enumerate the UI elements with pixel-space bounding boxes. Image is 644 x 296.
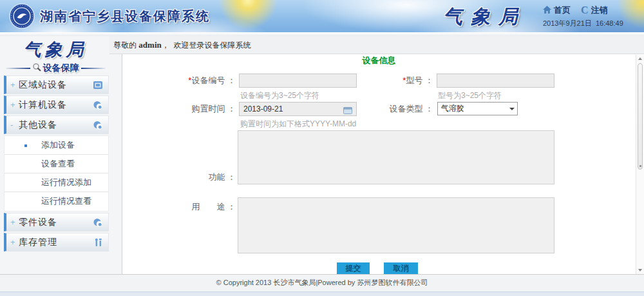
datetime-display: 2013年9月21日 16:48:49 [543, 19, 623, 28]
scrollbar-thumb[interactable] [638, 63, 643, 170]
usage-label: 用 途 ： [184, 200, 236, 214]
usage-textarea[interactable] [238, 197, 554, 253]
magnifier-icon [32, 63, 41, 74]
vertical-scrollbar[interactable] [636, 55, 644, 274]
sidebar-item-inventory-management[interactable]: + 库存管理 [4, 233, 109, 252]
welcome-bar: 尊敬的 admin， 欢迎登录设备保障系统 [109, 36, 644, 54]
sidebar-item-other-equipment[interactable]: - 其他设备 [4, 115, 109, 134]
sidebar-subitem-view-running-status[interactable]: 运行情况查看 [5, 192, 108, 211]
purchase-date-input[interactable] [239, 102, 357, 116]
function-label: 功能 ： [184, 170, 236, 184]
model-label: *型号 ： [385, 74, 433, 88]
comment-icon [93, 121, 103, 132]
sidebar-logo-subtitle: 设备保障 [43, 63, 79, 74]
logout-icon: C [581, 6, 589, 15]
agency-title: 气象局 [443, 4, 526, 30]
logout-link[interactable]: 注销 [591, 5, 608, 16]
header-right: 首页 C 注销 2013年9月21日 16:48:49 [543, 5, 623, 28]
device-no-hint: 设备编号为3~25个字符 [240, 90, 319, 101]
sidebar-subitem-add-equipment[interactable]: 添加设备 [5, 136, 108, 155]
agency-emblem-icon [9, 3, 35, 32]
sidebar-logo-title: 气象局 [0, 38, 111, 61]
cancel-button[interactable]: 取消 [384, 262, 418, 274]
monitor-icon [93, 81, 103, 92]
expand-plus-icon: + [10, 80, 19, 90]
page: 湖南省宁乡县设备保障系统 气象局 首页 C 注销 2013年9月21日 16:4… [0, 0, 644, 296]
header-links: 首页 C 注销 [543, 5, 623, 16]
sidebar-menu: + 区域站设备 + 计算机设备 [4, 75, 109, 253]
sidebar-submenu-other-equipment: 添加设备 设备查看 运行情况添加 运行情况查看 [4, 135, 109, 212]
purchase-date-label: 购置时间 ： [184, 102, 236, 116]
expand-plus-icon: + [10, 237, 19, 247]
sidebar-logo-subtitle-row: 设备保障 [0, 62, 111, 75]
collapse-minus-icon: - [10, 120, 19, 130]
model-hint: 型号为3~25个字符 [438, 90, 502, 101]
decorative-line-left [6, 68, 30, 69]
system-title: 湖南省宁乡县设备保障系统 [40, 0, 210, 32]
welcome-suffix: ， 欢迎登录设备保障系统 [162, 41, 251, 50]
device-type-select[interactable]: 气溶胶 [437, 102, 518, 115]
comment-icon [93, 218, 103, 230]
purchase-date-hint: 购置时间为如下格式YYYY-MM-dd [240, 119, 356, 130]
scrollbar-down-arrow-icon[interactable] [636, 266, 644, 274]
comment-icon [93, 101, 103, 112]
sidebar-item-area-station-equipment[interactable]: + 区域站设备 [4, 75, 109, 94]
content-panel: 设备信息 *设备编号 ： *型号 ： 设备编号为3~25个字符 型号为3~25个… [122, 54, 636, 274]
footer: © Copyright 2013 长沙市气象局|Powered by 苏州梦图软… [0, 274, 644, 296]
sidebar-item-computer-equipment[interactable]: + 计算机设备 [4, 95, 109, 114]
device-type-label: 设备类型 ： [385, 102, 433, 116]
sidebar-subitem-add-running-status[interactable]: 运行情况添加 [5, 173, 108, 192]
device-no-label: *设备编号 ： [184, 74, 236, 88]
tools-icon [94, 238, 103, 250]
expand-plus-icon: + [10, 100, 19, 110]
model-input[interactable] [437, 74, 554, 88]
welcome-prefix: 尊敬的 [113, 41, 138, 50]
home-icon [543, 6, 551, 15]
copyright-text: © Copyright 2013 长沙市气象局|Powered by 苏州梦图软… [0, 275, 644, 291]
calendar-icon[interactable] [343, 105, 352, 117]
username: admin [138, 40, 161, 50]
home-link[interactable]: 首页 [554, 5, 571, 16]
sidebar-item-parts-equipment[interactable]: + 零件设备 [4, 213, 109, 232]
decorative-line-right [81, 68, 106, 69]
device-type-selected-value: 气溶胶 [441, 104, 464, 113]
function-textarea[interactable] [238, 130, 554, 184]
sidebar: 气象局 设备保障 + 区域站设备 [0, 36, 122, 274]
form-title: 设备信息 [122, 55, 636, 66]
device-no-input[interactable] [239, 74, 357, 88]
chevron-down-icon [509, 108, 515, 110]
top-header: 湖南省宁乡县设备保障系统 气象局 首页 C 注销 2013年9月21日 16:4… [0, 0, 644, 32]
submit-button[interactable]: 提交 [337, 262, 370, 274]
sidebar-subitem-view-equipment[interactable]: 设备查看 [5, 155, 108, 173]
footer-bottom-strip [0, 291, 644, 296]
expand-plus-icon: + [10, 217, 19, 227]
scrollbar-up-arrow-icon[interactable] [636, 55, 644, 63]
